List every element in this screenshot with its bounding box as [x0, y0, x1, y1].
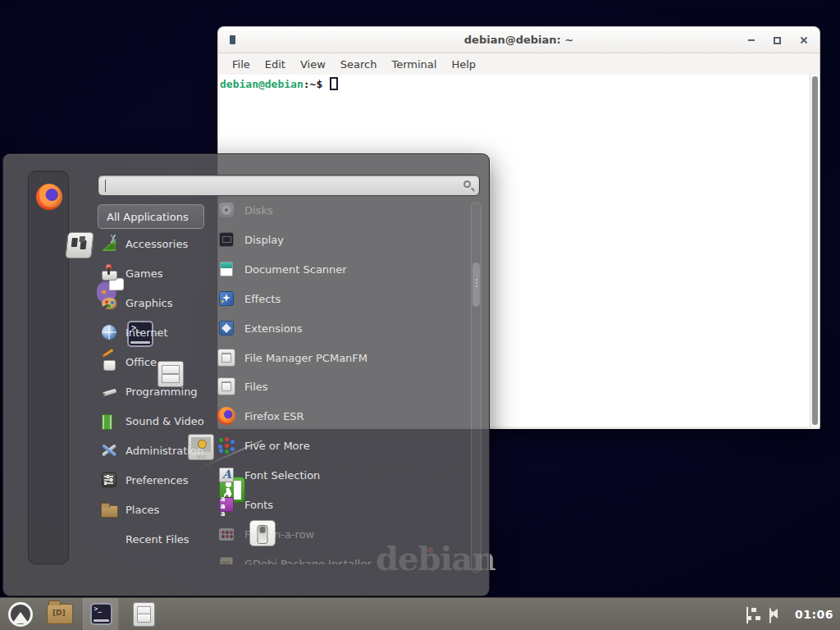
- category-programming[interactable]: Programming: [100, 381, 220, 401]
- taskbar-menu-button[interactable]: [8, 602, 33, 627]
- text-caret: [105, 180, 106, 192]
- volume-icon[interactable]: [769, 608, 786, 620]
- menu-help[interactable]: Help: [444, 56, 483, 73]
- document-scanner-icon: [217, 260, 235, 278]
- games-icon: [100, 264, 118, 282]
- system-tray: 01:06: [746, 608, 840, 621]
- menu-terminal[interactable]: Terminal: [384, 56, 444, 73]
- taskbar-files-launcher[interactable]: [133, 602, 155, 627]
- taskbar-terminal-window-button[interactable]: [83, 598, 119, 630]
- favorite-firefox-icon[interactable]: [36, 184, 62, 210]
- favorites-panel: [28, 171, 69, 564]
- display-icon: [217, 231, 235, 249]
- sound-video-icon: [100, 412, 118, 430]
- programming-icon: [100, 382, 118, 400]
- app-fonts[interactable]: Fonts: [217, 495, 463, 514]
- app-disks[interactable]: Disks: [217, 200, 463, 220]
- app-document-scanner[interactable]: Document Scanner: [217, 259, 463, 279]
- category-recent-files[interactable]: Recent Files: [100, 529, 220, 549]
- menu-file[interactable]: File: [225, 56, 258, 73]
- menu-scrollbar-track[interactable]: [471, 202, 482, 573]
- graphics-icon: [100, 294, 118, 312]
- terminal-cursor: [330, 77, 338, 90]
- network-icon[interactable]: [746, 608, 760, 620]
- favorite-settings-icon[interactable]: [65, 232, 94, 258]
- file-manager-icon: [217, 349, 235, 367]
- clock[interactable]: 01:06: [795, 608, 833, 621]
- app-extensions[interactable]: Extensions: [217, 318, 463, 338]
- fonts-icon: [217, 495, 235, 514]
- category-internet[interactable]: Internet: [100, 322, 220, 342]
- app-list: Disks Display Document Scanner Effects E…: [217, 187, 468, 564]
- app-file-manager-pcmanfm[interactable]: File Manager PCManFM: [217, 348, 463, 368]
- places-icon: [100, 500, 118, 518]
- category-sound-video[interactable]: Sound & Video: [100, 411, 220, 431]
- app-gdebi-package-installer[interactable]: GDebi Package Installer: [217, 554, 463, 564]
- category-administration[interactable]: Administration: [100, 441, 220, 460]
- category-all-applications[interactable]: All Applications: [98, 204, 204, 229]
- prompt-path: :~$: [304, 78, 322, 90]
- firefox-icon: [217, 407, 235, 425]
- taskbar: 01:06: [0, 597, 840, 630]
- category-games[interactable]: Games: [100, 263, 220, 283]
- gdebi-icon: [217, 555, 235, 564]
- app-four-in-a-row[interactable]: Four-in-a-row: [217, 524, 463, 544]
- terminal-menubar: File Edit View Search Terminal Help: [218, 53, 819, 75]
- category-places[interactable]: Places: [100, 500, 220, 519]
- disks-icon: [217, 201, 235, 219]
- terminal-scrollbar-thumb[interactable]: [812, 76, 818, 425]
- prompt-user-host: debian@debian: [220, 78, 304, 90]
- menu-scrollbar-thumb[interactable]: [472, 262, 480, 307]
- close-icon[interactable]: [800, 36, 808, 44]
- terminal-scrollbar[interactable]: [810, 75, 819, 427]
- category-office[interactable]: Office: [100, 352, 220, 372]
- extensions-icon: [217, 319, 235, 337]
- files-icon: [217, 377, 235, 395]
- preferences-icon: [100, 471, 118, 489]
- terminal-titlebar[interactable]: debian@debian: ~: [218, 27, 819, 53]
- maximize-icon[interactable]: [774, 37, 781, 44]
- category-preferences[interactable]: Preferences: [100, 470, 220, 490]
- four-in-a-row-icon: [217, 525, 235, 543]
- app-files[interactable]: Files: [217, 377, 463, 396]
- desktop: debian debian@debian: ~ File Edit View S…: [0, 0, 840, 630]
- terminal-icon: [90, 603, 112, 625]
- office-icon: [100, 353, 118, 371]
- taskbar-folder-launcher[interactable]: [47, 604, 73, 624]
- internet-icon: [100, 323, 118, 341]
- accessories-icon: [100, 235, 118, 253]
- category-accessories[interactable]: Accessories: [100, 234, 220, 253]
- font-selection-icon: [217, 466, 235, 484]
- administration-icon: [100, 441, 118, 459]
- application-menu: All Applications Accessories Games Graph…: [2, 153, 490, 596]
- menu-view[interactable]: View: [293, 56, 333, 73]
- effects-icon: [217, 290, 235, 308]
- category-graphics[interactable]: Graphics: [100, 293, 220, 313]
- window-title: debian@debian: ~: [218, 34, 819, 46]
- menu-search[interactable]: Search: [333, 56, 385, 73]
- app-effects[interactable]: Effects: [217, 289, 463, 308]
- app-display[interactable]: Display: [217, 230, 463, 249]
- app-five-or-more[interactable]: Five or More: [217, 436, 463, 455]
- minimize-icon[interactable]: [748, 39, 755, 41]
- app-font-selection[interactable]: Font Selection: [217, 465, 463, 485]
- app-firefox-esr[interactable]: Firefox ESR: [217, 406, 463, 426]
- menu-edit[interactable]: Edit: [258, 56, 293, 73]
